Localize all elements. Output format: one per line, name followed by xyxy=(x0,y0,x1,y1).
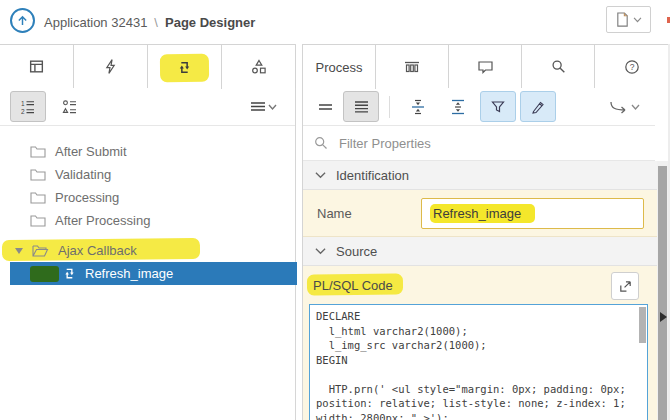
chevron-down-icon xyxy=(633,17,642,23)
pencil-icon xyxy=(530,99,546,115)
page-selector-button[interactable] xyxy=(606,6,651,33)
tree-node-ajax-callback[interactable]: Ajax Callback xyxy=(0,239,295,262)
show-common-button[interactable] xyxy=(311,91,339,122)
toolbar-divider xyxy=(389,96,390,118)
tab-component-view[interactable] xyxy=(376,45,449,88)
tab-process-label: Process xyxy=(316,60,363,75)
name-value: Refresh_image xyxy=(430,204,535,223)
group-by-type-button[interactable] xyxy=(52,91,88,122)
go-to-group-button[interactable] xyxy=(603,91,647,122)
tree-node-processing[interactable]: Processing xyxy=(0,186,295,209)
folder-icon xyxy=(30,145,46,158)
page-icon xyxy=(615,11,630,28)
show-all-button[interactable] xyxy=(343,91,379,122)
name-input[interactable]: Refresh_image xyxy=(421,198,644,229)
show-common-icon xyxy=(318,102,333,112)
section-source[interactable]: Source xyxy=(303,237,657,266)
tree-node-label: After Processing xyxy=(55,213,150,228)
breadcrumb-page: Page Designer xyxy=(165,15,255,30)
numbered-list-icon: 12 xyxy=(20,99,36,115)
section-title: Identification xyxy=(336,168,409,183)
expand-all-button[interactable] xyxy=(440,91,476,122)
chevron-down-icon xyxy=(315,171,326,179)
component-columns-icon xyxy=(403,59,421,75)
collapse-all-icon xyxy=(410,99,426,115)
folder-icon xyxy=(30,168,46,181)
splitter-collapse-handle[interactable] xyxy=(660,312,667,322)
menu-chevron-icon xyxy=(250,100,278,114)
tree-node-label: Refresh_image xyxy=(85,266,173,281)
expander-caret-icon[interactable] xyxy=(15,248,23,254)
comment-icon xyxy=(477,59,494,75)
refresh-icon-white xyxy=(62,266,77,281)
help-icon: ? xyxy=(623,58,641,76)
folder-icon xyxy=(30,214,46,227)
plsql-code-row: PL/SQL Code DECLARE l_html varchar2(1000… xyxy=(303,266,657,420)
tree-node-validating[interactable]: Validating xyxy=(0,163,295,186)
folder-open-icon xyxy=(32,244,49,257)
header-bar: Application 32431 \ Page Designer xyxy=(0,0,670,44)
tree-toolbar: 12 xyxy=(0,88,295,126)
section-identification[interactable]: Identification xyxy=(303,161,657,190)
tab-shared-components[interactable] xyxy=(222,45,296,88)
plsql-code-editor[interactable]: DECLARE l_html varchar2(1000); l_img_src… xyxy=(309,304,648,420)
name-field-row: Name Refresh_image xyxy=(303,190,657,237)
section-title: Source xyxy=(336,244,377,259)
grouped-list-icon xyxy=(62,99,78,115)
tree-node-label: Validating xyxy=(55,167,111,182)
breadcrumb: Application 32431 \ Page Designer xyxy=(44,0,255,44)
order-by-execution-button[interactable]: 12 xyxy=(10,91,46,122)
tab-help[interactable]: ? xyxy=(595,45,668,88)
chevron-down-icon xyxy=(315,247,326,255)
refresh-icon xyxy=(176,59,193,76)
tree-node-after-submit[interactable]: After Submit xyxy=(0,140,295,163)
tree-node-label: Ajax Callback xyxy=(58,243,137,258)
up-arrow-icon xyxy=(16,14,29,27)
property-tabbar: Process ? xyxy=(303,44,670,88)
search-icon xyxy=(313,135,329,151)
filter-toggle-button[interactable] xyxy=(480,91,516,122)
tab-rendering[interactable] xyxy=(0,45,74,88)
property-toolbar xyxy=(303,88,655,126)
lightning-icon xyxy=(102,58,119,75)
svg-text:?: ? xyxy=(629,62,634,72)
tree-menu-button[interactable] xyxy=(243,91,285,122)
green-marker xyxy=(30,266,59,282)
show-all-icon xyxy=(354,100,369,114)
breadcrumb-application[interactable]: Application 32431 xyxy=(44,15,147,30)
edit-toggle-button[interactable] xyxy=(520,91,556,122)
property-editor-pane: Process ? xyxy=(302,44,670,420)
filter-icon xyxy=(490,99,506,115)
svg-text:2: 2 xyxy=(21,108,25,115)
properties-scrollbar-track[interactable] xyxy=(657,161,668,420)
tree-pane-tabbar xyxy=(0,44,295,88)
tab-process[interactable]: Process xyxy=(303,45,376,89)
process-tree: After Submit Validating Processing After… xyxy=(0,130,295,285)
search-icon xyxy=(550,58,567,75)
tree-pane: 12 After Submit xyxy=(0,44,296,420)
plsql-code-label: PL/SQL Code xyxy=(313,278,393,293)
layout-grid-icon xyxy=(28,58,45,75)
tree-node-refresh-image[interactable]: Refresh_image xyxy=(10,262,297,285)
expand-all-icon xyxy=(450,99,466,115)
collapse-all-button[interactable] xyxy=(400,91,436,122)
tab-search[interactable] xyxy=(522,45,595,88)
name-label: Name xyxy=(317,206,352,221)
tree-node-label: After Submit xyxy=(55,144,127,159)
open-in-dialog-icon xyxy=(618,279,633,294)
properties-scrollbar-thumb[interactable] xyxy=(658,166,667,420)
breadcrumb-separator: \ xyxy=(154,15,158,30)
tab-comments[interactable] xyxy=(449,45,522,88)
code-editor-expand-button[interactable] xyxy=(611,272,639,300)
tab-dynamic-actions[interactable] xyxy=(74,45,148,88)
filter-properties-input[interactable] xyxy=(339,136,589,151)
shared-components-icon xyxy=(250,58,268,76)
tab-processing[interactable] xyxy=(148,45,222,89)
go-up-button[interactable] xyxy=(10,8,35,33)
go-to-group-icon xyxy=(608,99,642,115)
page-designer-window: Application 32431 \ Page Designer xyxy=(0,0,670,420)
code-editor-scrollbar[interactable] xyxy=(639,307,646,343)
tree-node-after-processing[interactable]: After Processing xyxy=(0,209,295,232)
filter-properties-row xyxy=(303,126,655,161)
tree-node-label: Processing xyxy=(55,190,119,205)
